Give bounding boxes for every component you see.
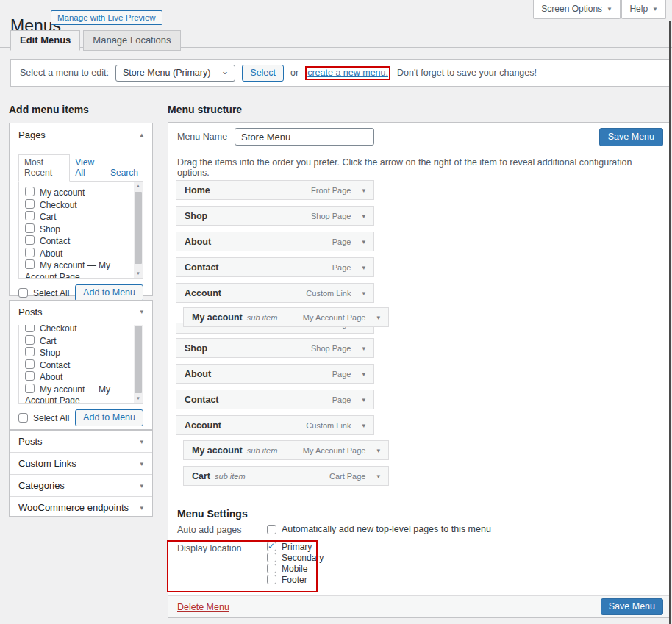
checkbox[interactable] <box>25 325 35 332</box>
checkbox[interactable] <box>25 187 35 196</box>
menu-name-input[interactable] <box>235 128 374 146</box>
page-checkbox-item[interactable]: About <box>25 371 131 384</box>
collapse-arrow-icon[interactable]: ▴ <box>140 131 143 138</box>
checkbox[interactable] <box>25 371 35 381</box>
expand-arrow-icon[interactable]: ▾ <box>376 473 380 480</box>
page-checkbox-item[interactable]: Shop <box>25 223 131 236</box>
expand-arrow-icon[interactable]: ▾ <box>362 187 365 194</box>
menu-item-label: Shop <box>185 343 207 354</box>
save-reminder-text: Don't forget to save your changes! <box>397 68 537 78</box>
expand-arrow-icon[interactable]: ▾ <box>140 308 143 315</box>
tab-edit-menus[interactable]: Edit Menus <box>10 30 80 51</box>
page-checkbox-item[interactable]: Cart <box>25 211 131 223</box>
checkbox[interactable] <box>25 199 35 209</box>
menu-item-type: Front Page <box>311 186 351 195</box>
expand-arrow-icon[interactable]: ▾ <box>140 438 143 445</box>
save-menu-button-top[interactable]: Save Menu <box>599 128 663 146</box>
checkbox[interactable] <box>25 248 35 257</box>
accordion-panel-header[interactable]: WooCommerce endpoints ▾ <box>10 496 152 518</box>
menu-item-bar[interactable]: AboutPage▾ <box>176 364 374 384</box>
select-all-posts[interactable]: Select All <box>18 413 69 423</box>
expand-arrow-icon[interactable]: ▾ <box>362 264 365 271</box>
expand-arrow-icon[interactable]: ▾ <box>140 504 143 512</box>
tab-view-all[interactable]: View All <box>70 155 105 181</box>
expand-arrow-icon[interactable]: ▾ <box>376 314 380 321</box>
pages-panel-header[interactable]: Pages ▴ <box>10 123 152 146</box>
page-checkbox-item[interactable]: Checkout <box>25 199 131 212</box>
expand-arrow-icon[interactable]: ▾ <box>362 396 365 404</box>
expand-arrow-icon[interactable]: ▾ <box>376 447 380 454</box>
menu-item-bar[interactable]: AccountCustom Link▾ <box>176 283 374 303</box>
select-button[interactable]: Select <box>242 65 284 82</box>
checkbox[interactable] <box>25 359 35 369</box>
page-checkbox-item[interactable]: Checkout <box>25 325 131 335</box>
checkbox[interactable] <box>25 259 35 269</box>
checkbox[interactable] <box>25 347 35 356</box>
menu-item-bar[interactable]: Cartsub itemCart Page▾ <box>183 466 389 486</box>
menu-item-bar[interactable]: My accountsub itemMy Account Page▾ <box>183 440 389 460</box>
checkbox[interactable] <box>25 211 35 220</box>
scrollbar-thumb[interactable] <box>135 326 142 393</box>
create-new-menu-link[interactable]: create a new menu. <box>307 68 388 78</box>
page-checkbox-item[interactable]: About <box>25 248 131 260</box>
manage-live-preview-button[interactable]: Manage with Live Preview <box>51 10 162 25</box>
page-checkbox-item[interactable]: Cart <box>25 335 131 348</box>
scroll-up-icon[interactable]: ▲ <box>134 182 143 190</box>
expand-arrow-icon[interactable]: ▾ <box>140 460 143 467</box>
tab-manage-locations[interactable]: Manage Locations <box>83 30 180 51</box>
menu-item-bar[interactable]: HomeFront Page▾ <box>176 180 374 200</box>
menu-item-bar[interactable]: My accountsub itemMy Account Page▾ <box>183 307 389 327</box>
menu-item-bar[interactable]: ShopShop Page▾ <box>176 206 374 226</box>
select-all-pages[interactable]: Select All <box>18 288 69 298</box>
add-to-menu-button[interactable]: Add to Menu <box>75 409 143 426</box>
screen-options-button[interactable]: Screen Options ▼ <box>533 0 621 19</box>
page-checkbox-item[interactable]: Contact <box>25 235 131 248</box>
menu-select-dropdown[interactable]: Store Menu (Primary) ⌄ <box>115 65 235 82</box>
menu-item-type: Page <box>332 370 351 379</box>
checkbox[interactable] <box>18 288 28 298</box>
checkbox[interactable] <box>25 235 35 245</box>
expand-arrow-icon[interactable]: ▾ <box>362 422 365 429</box>
accordion-panel-header[interactable]: Custom Links ▾ <box>10 452 152 474</box>
add-to-menu-button[interactable]: Add to Menu <box>75 284 143 301</box>
accordion-panel-header[interactable]: Categories ▾ <box>10 474 152 496</box>
expand-arrow-icon[interactable]: ▾ <box>362 212 365 220</box>
expand-arrow-icon[interactable]: ▾ <box>140 482 143 489</box>
expand-arrow-icon[interactable]: ▾ <box>362 290 365 297</box>
auto-add-pages-option[interactable]: Automatically add new top-level pages to… <box>267 524 491 534</box>
menu-item-bar[interactable]: ShopShop Page▾ <box>176 338 374 358</box>
scrollbar[interactable]: ▲ ▼ <box>134 182 143 278</box>
delete-menu-link[interactable]: Delete Menu <box>177 602 229 612</box>
checkbox[interactable] <box>267 525 276 534</box>
checkbox[interactable] <box>25 335 35 345</box>
menu-item-bar[interactable]: ContactPage▾ <box>176 257 374 277</box>
menu-item-bar[interactable]: AccountCustom Link▾ <box>176 415 374 435</box>
accordion-panel-header[interactable]: Posts ▾ <box>10 431 152 452</box>
add-menu-items-heading: Add menu items <box>9 104 89 115</box>
or-text: or <box>290 68 299 78</box>
page-checkbox-item[interactable]: My account — My Account Page <box>25 384 131 404</box>
posts-panel-header[interactable]: Posts ▾ <box>10 301 152 323</box>
panel-title: WooCommerce endpoints <box>18 502 129 513</box>
page-checkbox-item[interactable]: Shop <box>25 347 131 359</box>
page-checkbox-item[interactable]: Contact <box>25 359 131 372</box>
page-checkbox-item[interactable]: My account <box>25 187 131 199</box>
expand-arrow-icon[interactable]: ▾ <box>362 238 365 245</box>
page-checkbox-item[interactable]: My account — My Account Page <box>25 259 131 279</box>
checkbox[interactable] <box>18 413 28 423</box>
menu-item-bar[interactable]: ContactPage▾ <box>176 390 374 409</box>
scrollbar[interactable]: ▼ <box>134 325 143 403</box>
tab-search[interactable]: Search <box>105 165 143 181</box>
scroll-down-icon[interactable]: ▼ <box>134 394 143 403</box>
help-button[interactable]: Help ▼ <box>621 0 666 19</box>
scrollbar-thumb[interactable] <box>135 192 142 264</box>
scroll-down-icon[interactable]: ▼ <box>134 269 143 278</box>
expand-arrow-icon[interactable]: ▾ <box>362 345 365 352</box>
menu-item-type: Cart Page <box>329 472 366 481</box>
menu-item-bar[interactable]: AboutPage▾ <box>176 232 374 251</box>
checkbox[interactable] <box>25 384 35 393</box>
save-menu-button-bottom[interactable]: Save Menu <box>601 598 663 615</box>
checkbox[interactable] <box>25 223 35 233</box>
tab-most-recent[interactable]: Most Recent <box>18 154 70 182</box>
expand-arrow-icon[interactable]: ▾ <box>362 370 365 378</box>
